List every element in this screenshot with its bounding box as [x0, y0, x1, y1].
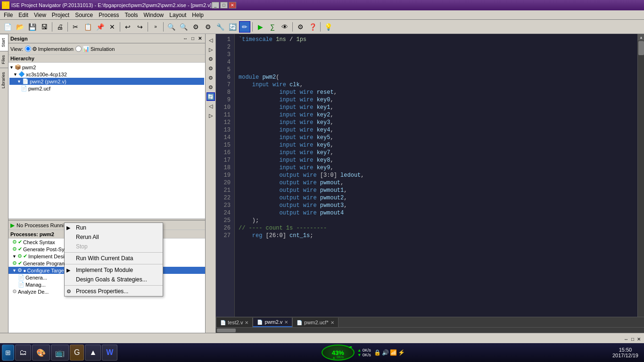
minimize-button[interactable]: _: [212, 2, 219, 8]
menu-layout[interactable]: Layout: [166, 11, 189, 19]
tab-pwm2ucf[interactable]: 📄 pwm2.ucf* ✕: [292, 318, 338, 327]
check-button[interactable]: ∑: [267, 21, 278, 33]
lower-expand-btn[interactable]: ↔: [622, 336, 630, 342]
simulation-radio[interactable]: 📊 Simulation: [75, 46, 115, 52]
side-btn3[interactable]: ⚙: [206, 55, 215, 63]
taskbar-app1[interactable]: 🗂: [15, 345, 31, 361]
tab-close-test2v[interactable]: ✕: [245, 320, 248, 325]
side-btn1[interactable]: ◁: [206, 36, 215, 44]
ctx-stop[interactable]: Stop: [65, 242, 163, 251]
tab-icon3: 📄: [297, 320, 302, 325]
tool3-button[interactable]: ⚙: [190, 21, 201, 33]
save-all-button[interactable]: 🖫: [39, 21, 50, 33]
view-label: View:: [10, 46, 23, 52]
tree-expander3[interactable]: ▼: [17, 79, 21, 84]
editor-tabs-bar: 📄 test2.v ✕ 📄 pwm2.v ✕ 📄 pwm2.ucf* ✕: [216, 317, 644, 327]
menu-process[interactable]: Process: [96, 11, 122, 19]
active-tool[interactable]: ✏: [239, 21, 250, 33]
files-tab[interactable]: Files: [0, 51, 8, 68]
menu-source[interactable]: Source: [72, 11, 96, 19]
copy-button[interactable]: 📋: [82, 21, 93, 33]
tab-test2v[interactable]: 📄 test2.v ✕: [216, 318, 253, 327]
toolbar-sep8: [320, 22, 321, 32]
side-btn6[interactable]: ⚙: [206, 83, 215, 91]
taskbar-app5[interactable]: ▲: [85, 345, 101, 361]
side-btn8[interactable]: ◁: [206, 102, 215, 110]
side-btn4[interactable]: ⚙: [206, 64, 215, 73]
side-btn2[interactable]: ▷: [206, 45, 215, 54]
tool5-button[interactable]: 🔧: [215, 21, 226, 33]
scroll-thumb[interactable]: [638, 41, 644, 55]
close-button[interactable]: ✕: [229, 2, 236, 8]
ctx-run[interactable]: ▶ Run: [65, 223, 163, 232]
libraries-tab[interactable]: Libraries: [0, 68, 8, 92]
taskbar-app4[interactable]: G: [70, 345, 84, 361]
tab-pwm2v[interactable]: 📄 pwm2.v ✕: [253, 318, 292, 327]
open-button[interactable]: 📂: [14, 21, 25, 33]
delete-button[interactable]: ✕: [107, 21, 118, 33]
menu-file[interactable]: File: [1, 11, 16, 19]
editor-hscrollbar[interactable]: [216, 327, 644, 333]
menu-window[interactable]: Window: [141, 11, 167, 19]
paste-button[interactable]: 📌: [94, 21, 106, 33]
ctx-implement-top[interactable]: ▶ Implement Top Module: [65, 265, 163, 275]
run-button[interactable]: ▶: [255, 21, 266, 33]
settings-button[interactable]: ⚙: [295, 21, 306, 33]
scroll-up[interactable]: ▲: [638, 34, 644, 41]
tree-pwm2[interactable]: ▼ 📦 pwm2: [9, 64, 204, 71]
hscroll-thumb[interactable]: [217, 329, 236, 332]
taskbar-app6[interactable]: W: [102, 345, 117, 361]
side-btn9[interactable]: ▷: [206, 111, 215, 120]
new-button[interactable]: 📄: [2, 21, 13, 33]
redo-button[interactable]: ↪: [134, 21, 146, 33]
taskbar-app3[interactable]: 📺: [51, 345, 69, 361]
menu-tools[interactable]: Tools: [122, 11, 141, 19]
panel-close-btn[interactable]: ✕: [197, 35, 203, 41]
tree-pwm2ucf[interactable]: 📄 pwm2.ucf: [9, 85, 204, 92]
taskbar-app2[interactable]: 🎨: [32, 345, 50, 361]
code-content[interactable]: `timescale 1ns / 1ps module pwm2( input …: [235, 34, 637, 317]
start-button[interactable]: ⊞: [2, 345, 14, 361]
lower-close-btn[interactable]: ✕: [636, 336, 642, 342]
ctx-design-goals[interactable]: Design Goals & Strategies...: [65, 275, 163, 284]
time-display: 15:50: [612, 347, 638, 353]
system-clock[interactable]: 15:50 2017/12/19: [609, 347, 642, 358]
editor-vscrollbar[interactable]: ▲: [637, 34, 644, 317]
side-btn5[interactable]: ⚙: [206, 74, 215, 82]
restore-button[interactable]: □: [220, 2, 228, 8]
taskbar: ⊞ 🗂 🎨 📺 G ▲ W 43% ▲0K/s ▲0K/s ▼0K/s 🔒 🔊 …: [0, 343, 644, 362]
tab-close-pwm2ucf[interactable]: ✕: [330, 320, 334, 325]
search1-button[interactable]: 🔍: [165, 21, 177, 33]
save-button[interactable]: 💾: [26, 21, 38, 33]
view-button[interactable]: 👁: [279, 21, 290, 33]
more-button[interactable]: »: [150, 21, 161, 33]
start-tab[interactable]: Start: [0, 34, 8, 51]
help-btn[interactable]: ❓: [307, 21, 318, 33]
menu-view[interactable]: View: [31, 11, 49, 19]
menu-project[interactable]: Project: [49, 11, 72, 19]
ctx-process-props[interactable]: ⚙ Process Properties...: [65, 287, 163, 296]
lower-restore-btn[interactable]: □: [630, 336, 636, 342]
bulb-button[interactable]: 💡: [322, 21, 334, 33]
cut-button[interactable]: ✂: [70, 21, 81, 33]
tab-close-pwm2v[interactable]: ✕: [284, 320, 288, 325]
refresh-button[interactable]: 🔄: [227, 21, 238, 33]
tree-xc3s100e[interactable]: ▼ 🔷 xc3s100e-4cp132: [9, 71, 204, 78]
tree-expander2[interactable]: ▼: [13, 72, 17, 77]
implementation-radio[interactable]: ⚙ Implementation: [25, 46, 74, 52]
tool4-button[interactable]: ⚙: [202, 21, 214, 33]
panel-restore-btn[interactable]: □: [190, 35, 196, 41]
menu-edit[interactable]: Edit: [16, 11, 31, 19]
undo-button[interactable]: ↩: [122, 21, 133, 33]
search2-button[interactable]: 🔍: [178, 21, 189, 33]
ctx-rerun-all[interactable]: Rerun All: [65, 232, 163, 242]
panel-expand-btn[interactable]: ↔: [182, 35, 189, 41]
tree-expander[interactable]: ▼: [9, 65, 14, 70]
menu-help[interactable]: Help: [189, 11, 206, 19]
toolbar-sep7: [292, 22, 293, 32]
print-button[interactable]: 🖨: [54, 21, 66, 33]
side-btn7[interactable]: 🔄: [206, 92, 215, 101]
tree-pwm2v[interactable]: ▼ 📄 pwm2 (pwm2.v): [9, 78, 204, 85]
ctx-run-current[interactable]: Run With Current Data: [65, 254, 163, 263]
hierarchy-tree[interactable]: ▼ 📦 pwm2 ▼ 🔷 xc3s100e-4cp132 ▼ 📄 pwm2 (p…: [8, 63, 205, 219]
